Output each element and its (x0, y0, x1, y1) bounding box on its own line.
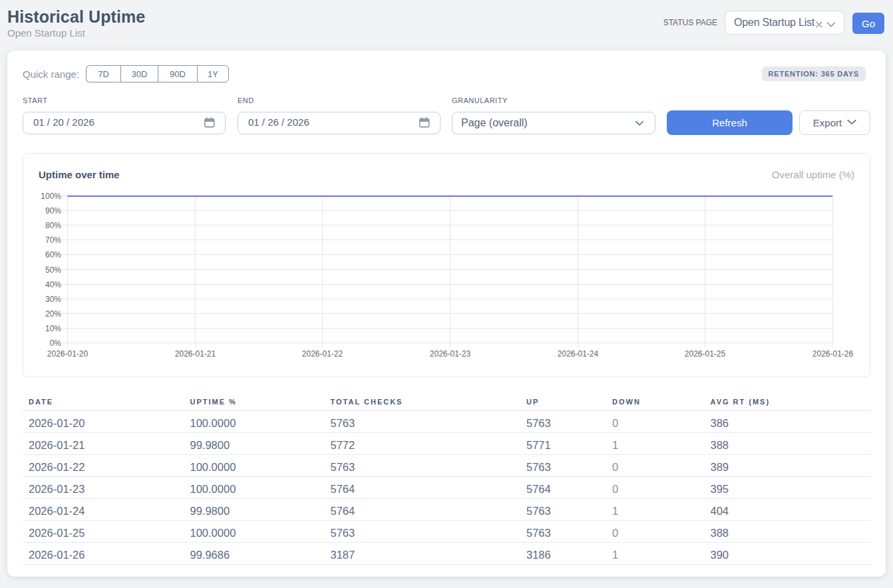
svg-text:60%: 60% (45, 250, 61, 259)
svg-text:100%: 100% (41, 192, 61, 201)
svg-text:2026-01-22: 2026-01-22 (302, 349, 343, 359)
svg-text:50%: 50% (45, 265, 61, 275)
svg-text:2026-01-23: 2026-01-23 (430, 349, 471, 359)
svg-text:2026-01-25: 2026-01-25 (685, 349, 726, 359)
svg-text:90%: 90% (45, 206, 61, 216)
svg-text:70%: 70% (45, 235, 61, 245)
svg-text:20%: 20% (45, 309, 61, 319)
svg-text:2026-01-24: 2026-01-24 (558, 349, 599, 359)
svg-text:2026-01-20: 2026-01-20 (47, 349, 89, 359)
svg-text:80%: 80% (45, 221, 61, 230)
svg-text:40%: 40% (45, 280, 61, 289)
svg-text:2026-01-26: 2026-01-26 (812, 349, 854, 359)
svg-text:2026-01-21: 2026-01-21 (175, 349, 216, 359)
svg-text:10%: 10% (45, 324, 61, 333)
svg-text:0%: 0% (50, 339, 62, 348)
svg-text:30%: 30% (45, 295, 61, 304)
